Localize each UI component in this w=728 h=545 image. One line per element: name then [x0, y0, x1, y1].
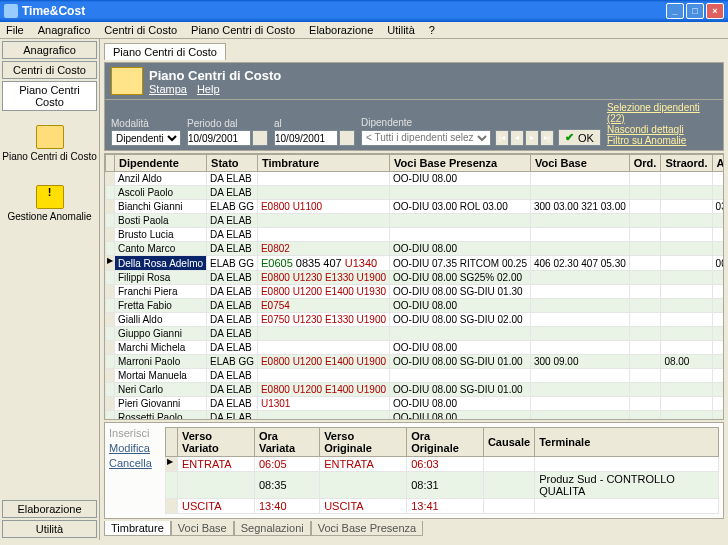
- table-row[interactable]: Mortai ManuelaDA ELAB: [106, 369, 725, 383]
- table-cell[interactable]: [535, 499, 719, 514]
- table-cell[interactable]: Rossetti Paolo: [115, 411, 207, 421]
- next-icon[interactable]: ▸: [525, 130, 539, 146]
- table-cell[interactable]: Pieri Giovanni: [115, 397, 207, 411]
- table-cell[interactable]: DA ELAB: [207, 172, 258, 186]
- table-cell[interactable]: OO-DIU 08.00: [390, 172, 531, 186]
- sidebar-button[interactable]: Anagrafico: [2, 41, 97, 59]
- table-cell[interactable]: DA ELAB: [207, 341, 258, 355]
- table-cell[interactable]: [629, 369, 661, 383]
- table-cell[interactable]: Fretta Fabio: [115, 299, 207, 313]
- table-cell[interactable]: [712, 397, 724, 411]
- table-cell[interactable]: [320, 472, 407, 499]
- table-cell[interactable]: Brusto Lucia: [115, 228, 207, 242]
- table-cell[interactable]: DA ELAB: [207, 327, 258, 341]
- table-row[interactable]: Gialli AldoDA ELABE0750 U1230 E1330 U190…: [106, 313, 725, 327]
- table-cell[interactable]: [661, 186, 712, 200]
- table-cell[interactable]: DA ELAB: [207, 383, 258, 397]
- table-cell[interactable]: Canto Marco: [115, 242, 207, 256]
- table-cell[interactable]: [178, 472, 255, 499]
- column-header[interactable]: Terminale: [535, 428, 719, 457]
- table-cell[interactable]: 03.00: [712, 200, 724, 214]
- table-cell[interactable]: [661, 242, 712, 256]
- table-cell[interactable]: Bosti Paola: [115, 214, 207, 228]
- menu-item[interactable]: Centri di Costo: [104, 24, 177, 36]
- table-row[interactable]: Marchi MichelaDA ELABOO-DIU 08.00: [106, 341, 725, 355]
- table-cell[interactable]: DA ELAB: [207, 299, 258, 313]
- table-cell[interactable]: U1301: [257, 397, 389, 411]
- column-header[interactable]: Timbrature: [257, 155, 389, 172]
- table-cell[interactable]: E0800 U1200 E1400 U1900: [257, 383, 389, 397]
- table-cell[interactable]: [661, 256, 712, 271]
- modalita-select[interactable]: Dipendenti: [111, 130, 181, 146]
- table-cell[interactable]: Marchi Michela: [115, 341, 207, 355]
- table-cell[interactable]: Giuppo Gianni: [115, 327, 207, 341]
- sidebar-button[interactable]: Centri di Costo: [2, 61, 97, 79]
- table-cell[interactable]: 300 09.00: [531, 355, 630, 369]
- table-row[interactable]: ENTRATA06:05ENTRATA06:03: [166, 457, 719, 472]
- table-cell[interactable]: OO-DIU 08.00 SG-DIU 01.30: [390, 285, 531, 299]
- table-cell[interactable]: [257, 214, 389, 228]
- table-cell[interactable]: [483, 457, 534, 472]
- minimize-button[interactable]: _: [666, 3, 684, 19]
- table-cell[interactable]: [629, 383, 661, 397]
- table-row[interactable]: Fretta FabioDA ELABE0754OO-DIU 08.00: [106, 299, 725, 313]
- table-cell[interactable]: Produz Sud - CONTROLLO QUALITA: [535, 472, 719, 499]
- table-cell[interactable]: OO-DIU 03.00 ROL 03.00: [390, 200, 531, 214]
- tab[interactable]: Segnalazioni: [234, 521, 311, 536]
- table-cell[interactable]: DA ELAB: [207, 228, 258, 242]
- table-cell[interactable]: [531, 186, 630, 200]
- table-cell[interactable]: [712, 411, 724, 421]
- menu-item[interactable]: Piano Centri di Costo: [191, 24, 295, 36]
- table-cell[interactable]: OO-DIU 08.00 SG-DIU 01.00: [390, 355, 531, 369]
- table-cell[interactable]: [712, 285, 724, 299]
- table-row[interactable]: Franchi PieraDA ELABE0800 U1200 E1400 U1…: [106, 285, 725, 299]
- table-cell[interactable]: [531, 214, 630, 228]
- table-cell[interactable]: [629, 397, 661, 411]
- table-cell[interactable]: [661, 341, 712, 355]
- table-cell[interactable]: 13:41: [407, 499, 484, 514]
- table-row[interactable]: 08:3508:31Produz Sud - CONTROLLO QUALITA: [166, 472, 719, 499]
- table-row[interactable]: USCITA13:40USCITA13:41: [166, 499, 719, 514]
- table-cell[interactable]: [629, 242, 661, 256]
- header-link[interactable]: Stampa: [149, 83, 187, 95]
- table-cell[interactable]: [661, 172, 712, 186]
- table-cell[interactable]: DA ELAB: [207, 313, 258, 327]
- table-cell[interactable]: DA ELAB: [207, 242, 258, 256]
- column-header[interactable]: Verso Originale: [320, 428, 407, 457]
- table-cell[interactable]: [661, 214, 712, 228]
- table-cell[interactable]: [629, 285, 661, 299]
- menu-item[interactable]: Utilità: [387, 24, 415, 36]
- table-cell[interactable]: Neri Carlo: [115, 383, 207, 397]
- table-cell[interactable]: Della Rosa Adelmo: [115, 256, 207, 271]
- periodo-al-input[interactable]: [274, 130, 338, 146]
- table-cell[interactable]: E0750 U1230 E1330 U1900: [257, 313, 389, 327]
- table-cell[interactable]: [390, 214, 531, 228]
- table-cell[interactable]: [629, 313, 661, 327]
- table-cell[interactable]: [712, 172, 724, 186]
- table-cell[interactable]: DA ELAB: [207, 186, 258, 200]
- table-row[interactable]: Brusto LuciaDA ELAB: [106, 228, 725, 242]
- table-cell[interactable]: DA ELAB: [207, 411, 258, 421]
- table-cell[interactable]: [629, 214, 661, 228]
- table-cell[interactable]: DA ELAB: [207, 369, 258, 383]
- column-header[interactable]: Voci Base: [531, 155, 630, 172]
- table-cell[interactable]: 08:35: [254, 472, 319, 499]
- table-cell[interactable]: Ascoli Paolo: [115, 186, 207, 200]
- filter-link[interactable]: Selezione dipendenti (22): [607, 102, 717, 124]
- table-cell[interactable]: OO-DIU 08.00: [390, 411, 531, 421]
- table-cell[interactable]: [661, 299, 712, 313]
- table-row[interactable]: Ascoli PaoloDA ELAB: [106, 186, 725, 200]
- filter-link[interactable]: Filtro su Anomalie: [607, 135, 717, 146]
- table-cell[interactable]: [531, 285, 630, 299]
- table-cell[interactable]: E0800 U1230 E1330 U1900: [257, 271, 389, 285]
- table-cell[interactable]: ELAB GG: [207, 200, 258, 214]
- prev-icon[interactable]: ◂: [510, 130, 524, 146]
- table-cell[interactable]: [257, 228, 389, 242]
- table-cell[interactable]: [712, 355, 724, 369]
- table-cell[interactable]: [535, 457, 719, 472]
- table-cell[interactable]: OO-DIU 08.00: [390, 242, 531, 256]
- table-cell[interactable]: Filippi Rosa: [115, 271, 207, 285]
- tab[interactable]: Piano Centri di Costo: [104, 43, 226, 60]
- table-cell[interactable]: [712, 327, 724, 341]
- table-row[interactable]: Anzil AldoDA ELABOO-DIU 08.00: [106, 172, 725, 186]
